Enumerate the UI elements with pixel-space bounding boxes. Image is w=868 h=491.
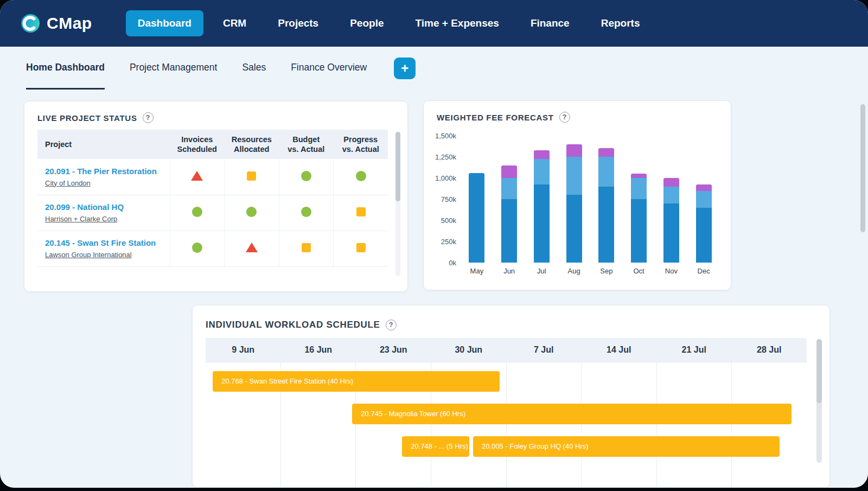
project-link[interactable]: 20.145 - Swan St Fire Station <box>45 238 169 247</box>
project-cell: 20.099 - National HQHarrison + Clarke Co… <box>37 195 170 231</box>
add-dashboard-button[interactable]: + <box>394 58 416 79</box>
nav-item-finance[interactable]: Finance <box>519 10 582 36</box>
nav-item-projects[interactable]: Projects <box>266 10 330 36</box>
circle-green-icon <box>301 171 311 181</box>
table-row: 20.099 - National HQHarrison + Clarke Co… <box>37 195 388 231</box>
bar-segment-dark-blue <box>501 199 517 263</box>
bar-segment-purple <box>566 144 582 157</box>
bar-segment-purple <box>696 184 712 191</box>
bar-segment-light-blue <box>598 157 614 187</box>
grid-column <box>657 362 732 488</box>
stacked-bar <box>501 165 517 263</box>
bar-segment-purple <box>534 150 550 159</box>
nav-item-reports[interactable]: Reports <box>589 10 652 36</box>
gantt-bar[interactable]: 20.748 - ... (5 Hrs) <box>402 436 469 457</box>
dashboard-tab-list: Home DashboardProject ManagementSalesFin… <box>26 47 367 90</box>
circle-green-icon <box>192 243 202 253</box>
bar-segment-light-blue <box>663 187 679 203</box>
y-tick-label: 500k <box>441 216 456 225</box>
gantt-scrollbar[interactable] <box>816 339 822 463</box>
stacked-bar <box>469 173 484 263</box>
tab-home-dashboard[interactable]: Home Dashboard <box>26 47 105 90</box>
table-header-row: ProjectInvoices ScheduledResources Alloc… <box>37 130 388 159</box>
client-link[interactable]: Lawson Group International <box>45 251 132 259</box>
week-header-7-jul: 7 Jul <box>506 338 582 362</box>
status-cell <box>334 159 388 195</box>
cmap-logo-icon <box>20 12 41 34</box>
bar-segment-dark-blue <box>631 199 647 263</box>
chart-y-axis: 1,500k1,250k1,000k750k500k250k0k <box>430 136 461 263</box>
brand-logo[interactable]: CMap <box>20 12 92 34</box>
bar-segment-dark-blue <box>534 184 550 263</box>
week-header-28-jul: 28 Jul <box>732 338 807 362</box>
status-cell <box>279 231 334 266</box>
y-tick-label: 1,500k <box>435 132 456 140</box>
tab-finance-overview[interactable]: Finance Overview <box>291 47 367 90</box>
y-tick-label: 250k <box>441 238 456 246</box>
fee-forecast-chart: 1,500k1,250k1,000k750k500k250k0k MayJunJ… <box>424 129 731 275</box>
bar-segment-light-blue <box>631 178 647 199</box>
status-cell <box>334 195 388 231</box>
gantt-bar[interactable]: 20.005 - Foley Group HQ (40 Hrs) <box>473 436 780 457</box>
grid-column <box>732 362 807 488</box>
nav-item-dashboard[interactable]: Dashboard <box>126 10 203 36</box>
project-link[interactable]: 20.091 - The Pier Restoration <box>45 167 169 176</box>
card-title: LIVE PROJECT STATUS <box>37 113 137 123</box>
week-header-14-jul: 14 Jul <box>582 338 657 362</box>
client-link[interactable]: Harrison + Clarke Corp <box>45 215 117 223</box>
client-link[interactable]: City of London <box>45 179 91 187</box>
week-header-21-jul: 21 Jul <box>656 338 732 362</box>
grid-column <box>507 362 582 488</box>
table-row: 20.091 - The Pier RestorationCity of Lon… <box>37 159 388 195</box>
square-yellow-icon <box>356 207 366 216</box>
nav-item-crm[interactable]: CRM <box>211 10 258 36</box>
gantt-bar[interactable]: 20.768 - Swan Street Fire Station (40 Hr… <box>213 371 500 392</box>
nav-item-time-expenses[interactable]: Time + Expenses <box>404 10 511 36</box>
weighted-fee-forecast-card: WEIGHTED FEE FORECAST ? 1,500k1,250k1,00… <box>423 100 731 290</box>
page-scrollbar[interactable] <box>860 104 865 232</box>
column-header-invoices: Invoices Scheduled <box>170 130 225 159</box>
bar-column-jun <box>493 136 526 263</box>
individual-workload-card: INDIVIDUAL WORKLOAD SCHEDULE ? 9 Jun16 J… <box>192 305 830 488</box>
triangle-red-icon <box>246 243 258 252</box>
bar-column-jul <box>526 136 558 263</box>
bar-segment-dark-blue <box>566 195 582 263</box>
gantt-scrollbar-thumb[interactable] <box>816 339 822 403</box>
help-icon[interactable]: ? <box>559 112 570 123</box>
y-tick-label: 1,000k <box>435 174 456 182</box>
stacked-bar <box>631 174 647 263</box>
status-cell <box>225 231 279 266</box>
stacked-bar <box>534 150 550 263</box>
triangle-red-icon <box>191 171 203 181</box>
status-cell <box>279 195 334 231</box>
month-label: Dec <box>687 267 720 275</box>
column-header-project: Project <box>37 130 170 159</box>
gantt-bar[interactable]: 20.745 - Magnolia Tower (60 Hrs) <box>352 404 792 424</box>
square-yellow-icon <box>302 243 311 252</box>
tab-sales[interactable]: Sales <box>242 47 266 90</box>
table-scrollbar[interactable] <box>395 132 400 276</box>
primary-nav: DashboardCRMProjectsPeopleTime + Expense… <box>126 10 652 36</box>
tab-project-management[interactable]: Project Management <box>130 47 217 90</box>
help-icon[interactable]: ? <box>386 320 397 330</box>
table-scrollbar-thumb[interactable] <box>395 132 400 201</box>
bar-segment-light-blue <box>534 159 550 184</box>
project-link[interactable]: 20.099 - National HQ <box>45 202 169 212</box>
bar-segment-dark-blue <box>696 208 712 263</box>
nav-item-people[interactable]: People <box>338 10 395 36</box>
gantt-week-header: 9 Jun16 Jun23 Jun30 Jun7 Jul14 Jul21 Jul… <box>206 338 807 362</box>
square-yellow-icon <box>356 243 366 252</box>
brand-name: CMap <box>47 14 92 33</box>
bar-segment-purple <box>598 148 614 157</box>
month-label: Aug <box>558 267 590 275</box>
help-icon[interactable]: ? <box>143 112 154 123</box>
status-cell <box>170 231 225 266</box>
bar-segment-dark-blue <box>469 173 484 263</box>
bar-column-sep <box>590 136 623 263</box>
month-label: Nov <box>655 267 688 275</box>
stacked-bar <box>566 144 582 263</box>
gantt-grid: 20.768 - Swan Street Fire Station (40 Hr… <box>206 362 807 488</box>
month-label: Jun <box>493 267 526 275</box>
month-label: Sep <box>590 267 623 275</box>
bar-segment-light-blue <box>566 157 582 195</box>
